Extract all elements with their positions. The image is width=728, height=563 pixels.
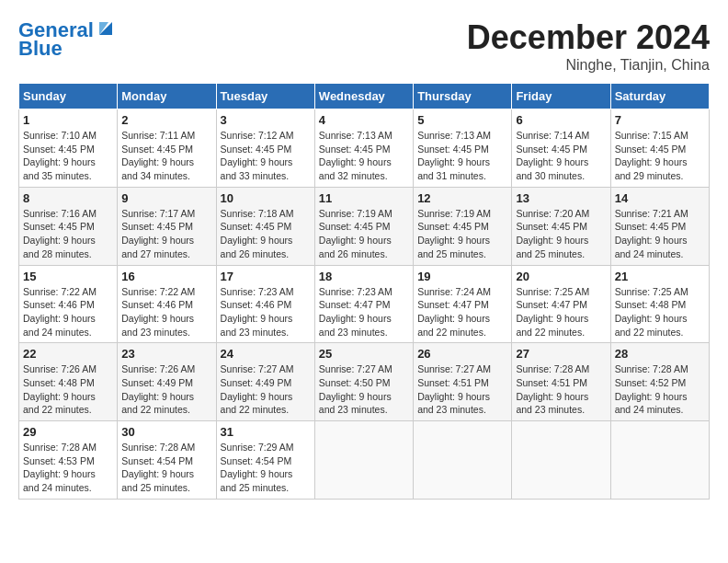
day-number: 8 (23, 191, 113, 205)
calendar-week-2: 8 Sunrise: 7:16 AM Sunset: 4:45 PM Dayli… (19, 187, 710, 265)
calendar-cell: 1 Sunrise: 7:10 AM Sunset: 4:45 PM Dayli… (19, 109, 118, 188)
day-number: 26 (417, 347, 507, 361)
day-info: Sunrise: 7:21 AM Sunset: 4:45 PM Dayligh… (615, 207, 705, 261)
day-info: Sunrise: 7:16 AM Sunset: 4:45 PM Dayligh… (23, 207, 113, 261)
calendar-week-1: 1 Sunrise: 7:10 AM Sunset: 4:45 PM Dayli… (19, 109, 710, 188)
calendar-cell: 10 Sunrise: 7:18 AM Sunset: 4:45 PM Dayl… (216, 187, 314, 265)
day-number: 10 (221, 191, 311, 205)
calendar-cell: 14 Sunrise: 7:21 AM Sunset: 4:45 PM Dayl… (610, 187, 709, 265)
day-info: Sunrise: 7:22 AM Sunset: 4:46 PM Dayligh… (23, 285, 113, 339)
calendar-cell: 3 Sunrise: 7:12 AM Sunset: 4:45 PM Dayli… (216, 109, 314, 188)
day-number: 14 (615, 191, 705, 205)
day-number: 24 (221, 347, 311, 361)
calendar-cell: 19 Sunrise: 7:24 AM Sunset: 4:47 PM Dayl… (414, 265, 512, 343)
day-number: 27 (516, 347, 606, 361)
logo-blue-text: Blue (18, 37, 63, 61)
day-info: Sunrise: 7:24 AM Sunset: 4:47 PM Dayligh… (417, 285, 507, 339)
col-header-friday: Friday (512, 84, 610, 109)
calendar-cell: 26 Sunrise: 7:27 AM Sunset: 4:51 PM Dayl… (414, 343, 512, 421)
calendar-cell: 2 Sunrise: 7:11 AM Sunset: 4:45 PM Dayli… (118, 109, 216, 188)
month-title: December 2024 (467, 18, 710, 57)
calendar-cell: 17 Sunrise: 7:23 AM Sunset: 4:46 PM Dayl… (216, 265, 314, 343)
day-info: Sunrise: 7:23 AM Sunset: 4:46 PM Dayligh… (221, 285, 311, 339)
day-info: Sunrise: 7:19 AM Sunset: 4:45 PM Dayligh… (319, 207, 409, 261)
day-number: 4 (319, 113, 409, 127)
calendar-week-4: 22 Sunrise: 7:26 AM Sunset: 4:48 PM Dayl… (19, 343, 710, 421)
calendar-cell: 4 Sunrise: 7:13 AM Sunset: 4:45 PM Dayli… (314, 109, 413, 188)
day-number: 19 (417, 270, 507, 283)
day-number: 7 (615, 113, 705, 127)
calendar-week-5: 29 Sunrise: 7:28 AM Sunset: 4:53 PM Dayl… (19, 421, 710, 500)
calendar-cell: 31 Sunrise: 7:29 AM Sunset: 4:54 PM Dayl… (216, 421, 314, 500)
col-header-sunday: Sunday (19, 84, 118, 109)
calendar-cell: 7 Sunrise: 7:15 AM Sunset: 4:45 PM Dayli… (610, 109, 709, 188)
day-info: Sunrise: 7:18 AM Sunset: 4:45 PM Dayligh… (221, 207, 311, 261)
calendar-week-3: 15 Sunrise: 7:22 AM Sunset: 4:46 PM Dayl… (19, 265, 710, 343)
day-number: 2 (121, 113, 211, 127)
day-number: 29 (23, 425, 113, 439)
day-number: 6 (516, 113, 606, 127)
calendar-cell: 29 Sunrise: 7:28 AM Sunset: 4:53 PM Dayl… (19, 421, 118, 500)
day-number: 1 (23, 113, 113, 127)
title-block: December 2024 Ninghe, Tianjin, China (467, 18, 710, 74)
day-number: 13 (516, 191, 606, 205)
calendar-cell: 9 Sunrise: 7:17 AM Sunset: 4:45 PM Dayli… (118, 187, 216, 265)
col-header-monday: Monday (118, 84, 216, 109)
day-info: Sunrise: 7:29 AM Sunset: 4:54 PM Dayligh… (221, 441, 311, 495)
day-info: Sunrise: 7:28 AM Sunset: 4:51 PM Dayligh… (516, 362, 606, 417)
calendar-header-row: SundayMondayTuesdayWednesdayThursdayFrid… (19, 84, 710, 109)
day-info: Sunrise: 7:27 AM Sunset: 4:49 PM Dayligh… (221, 362, 311, 417)
calendar-cell: 27 Sunrise: 7:28 AM Sunset: 4:51 PM Dayl… (512, 343, 610, 421)
col-header-saturday: Saturday (610, 84, 709, 109)
day-info: Sunrise: 7:13 AM Sunset: 4:45 PM Dayligh… (319, 129, 409, 183)
day-info: Sunrise: 7:17 AM Sunset: 4:45 PM Dayligh… (121, 207, 211, 261)
day-number: 5 (417, 113, 507, 127)
day-info: Sunrise: 7:26 AM Sunset: 4:48 PM Dayligh… (23, 362, 113, 417)
calendar-cell: 30 Sunrise: 7:28 AM Sunset: 4:54 PM Dayl… (118, 421, 216, 500)
calendar-cell: 15 Sunrise: 7:22 AM Sunset: 4:46 PM Dayl… (19, 265, 118, 343)
day-number: 15 (23, 270, 113, 283)
day-number: 3 (221, 113, 311, 127)
day-info: Sunrise: 7:10 AM Sunset: 4:45 PM Dayligh… (23, 129, 113, 183)
day-info: Sunrise: 7:19 AM Sunset: 4:45 PM Dayligh… (417, 207, 507, 261)
col-header-wednesday: Wednesday (314, 84, 413, 109)
calendar-cell: 25 Sunrise: 7:27 AM Sunset: 4:50 PM Dayl… (314, 343, 413, 421)
calendar-cell (512, 421, 610, 500)
col-header-tuesday: Tuesday (216, 84, 314, 109)
day-info: Sunrise: 7:28 AM Sunset: 4:54 PM Dayligh… (121, 441, 211, 495)
day-number: 18 (319, 270, 409, 283)
day-number: 17 (221, 270, 311, 283)
calendar-cell: 22 Sunrise: 7:26 AM Sunset: 4:48 PM Dayl… (19, 343, 118, 421)
calendar-cell: 12 Sunrise: 7:19 AM Sunset: 4:45 PM Dayl… (414, 187, 512, 265)
day-number: 25 (319, 347, 409, 361)
calendar-cell: 28 Sunrise: 7:28 AM Sunset: 4:52 PM Dayl… (610, 343, 709, 421)
location-subtitle: Ninghe, Tianjin, China (467, 57, 710, 74)
day-number: 30 (121, 425, 211, 439)
day-number: 31 (221, 425, 311, 439)
calendar-cell: 11 Sunrise: 7:19 AM Sunset: 4:45 PM Dayl… (314, 187, 413, 265)
day-info: Sunrise: 7:11 AM Sunset: 4:45 PM Dayligh… (121, 129, 211, 183)
calendar-cell: 24 Sunrise: 7:27 AM Sunset: 4:49 PM Dayl… (216, 343, 314, 421)
day-number: 21 (615, 270, 705, 283)
col-header-thursday: Thursday (414, 84, 512, 109)
day-number: 28 (615, 347, 705, 361)
day-number: 22 (23, 347, 113, 361)
day-info: Sunrise: 7:20 AM Sunset: 4:45 PM Dayligh… (516, 207, 606, 261)
day-info: Sunrise: 7:27 AM Sunset: 4:51 PM Dayligh… (417, 362, 507, 417)
day-number: 16 (121, 270, 211, 283)
day-info: Sunrise: 7:13 AM Sunset: 4:45 PM Dayligh… (417, 129, 507, 183)
day-number: 12 (417, 191, 507, 205)
calendar-cell: 6 Sunrise: 7:14 AM Sunset: 4:45 PM Dayli… (512, 109, 610, 188)
calendar-cell: 5 Sunrise: 7:13 AM Sunset: 4:45 PM Dayli… (414, 109, 512, 188)
day-info: Sunrise: 7:15 AM Sunset: 4:45 PM Dayligh… (615, 129, 705, 183)
day-info: Sunrise: 7:25 AM Sunset: 4:48 PM Dayligh… (615, 285, 705, 339)
day-info: Sunrise: 7:14 AM Sunset: 4:45 PM Dayligh… (516, 129, 606, 183)
calendar-cell: 16 Sunrise: 7:22 AM Sunset: 4:46 PM Dayl… (118, 265, 216, 343)
calendar-cell: 21 Sunrise: 7:25 AM Sunset: 4:48 PM Dayl… (610, 265, 709, 343)
day-info: Sunrise: 7:26 AM Sunset: 4:49 PM Dayligh… (121, 362, 211, 417)
calendar-table: SundayMondayTuesdayWednesdayThursdayFrid… (18, 83, 710, 500)
day-number: 9 (121, 191, 211, 205)
day-info: Sunrise: 7:12 AM Sunset: 4:45 PM Dayligh… (221, 129, 311, 183)
day-number: 11 (319, 191, 409, 205)
calendar-cell: 8 Sunrise: 7:16 AM Sunset: 4:45 PM Dayli… (19, 187, 118, 265)
